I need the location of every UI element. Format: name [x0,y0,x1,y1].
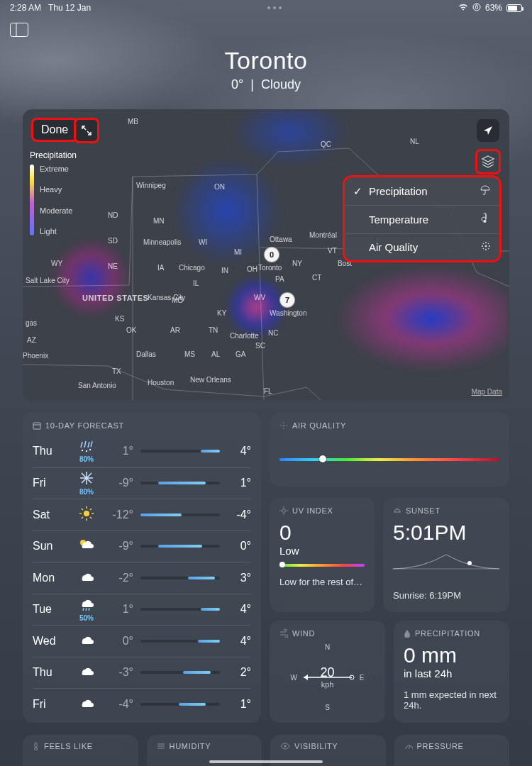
svg-point-42 [283,422,284,423]
umbrella-icon [480,184,491,198]
forecast-day: Wed [33,635,70,648]
forecast-row[interactable]: Thu-3°2° [33,657,251,689]
weather-icon [70,665,104,680]
air-quality-tile[interactable]: AIR QUALITY [270,413,509,487]
map-data-link[interactable]: Map Data [472,388,502,396]
svg-point-11 [483,248,484,250]
forecast-range-bar [140,671,220,674]
forecast-row[interactable]: Sun-9°0° [33,531,251,562]
forecast-range-bar [140,640,220,643]
pressure-tile[interactable]: PRESSURE [394,735,510,766]
layers-button[interactable] [477,150,499,173]
forecast-header: 10-DAY FORECAST [45,421,124,430]
done-button[interactable]: Done [33,119,77,140]
legend-title: Precipitation [30,150,108,160]
location-arrow-icon [482,125,494,136]
svg-line-15 [81,442,82,448]
gauge-icon [404,742,413,750]
svg-point-4 [485,245,487,248]
forecast-row[interactable]: Fri80%-9°1° [33,467,251,499]
forecast-tile[interactable]: 10-DAY FORECAST Thu80%1°4°Fri80%-9°1°Sat… [23,413,261,723]
weather-icon [70,570,104,586]
svg-rect-1 [11,23,28,37]
expand-icon [81,125,92,136]
layer-item-air-quality[interactable]: Air Quality [345,234,499,260]
forecast-day: Sat [33,509,70,521]
forecast-row[interactable]: Sat-12°-4° [33,499,251,531]
locate-button[interactable] [477,119,499,142]
home-indicator[interactable] [209,760,323,763]
sidebar-toggle-button[interactable] [10,23,28,37]
forecast-range-bar [140,482,220,484]
svg-point-21 [89,449,91,450]
svg-point-44 [282,509,286,512]
forecast-day: Fri [33,477,70,489]
precipitation-tile[interactable]: PRECIPITATION 0 mm in last 24h 1 mm expe… [394,621,509,723]
forecast-high: 2° [227,666,251,679]
forecast-low: -4° [104,698,133,711]
svg-line-33 [90,509,92,510]
sun-icon [279,506,288,515]
forecast-range-bar [140,608,220,611]
svg-point-7 [482,245,483,247]
forecast-row[interactable]: Thu80%1°4° [33,435,251,467]
svg-point-54 [35,748,38,750]
forecast-low: -2° [104,572,133,584]
thermometer-icon [33,742,40,750]
forecast-high: 4° [227,635,251,648]
multitask-dots[interactable] [267,6,282,9]
checkmark-icon: ✓ [353,185,363,198]
svg-line-32 [90,517,92,518]
feels-like-tile[interactable]: FEELS LIKE [23,735,138,766]
uv-index-tile[interactable]: UV INDEX 0 Low Low for the rest of… [270,498,375,612]
svg-line-56 [409,746,410,749]
weather-icon [70,633,104,649]
wind-compass: NSEW 20kph [285,643,370,711]
legend-gradient [30,165,34,235]
city-name: Toronto [0,47,532,74]
aq-gradient-bar [279,458,499,461]
forecast-low: -9° [104,477,133,489]
forecast-high: 1° [227,477,251,489]
weather-icon: 80% [70,439,104,463]
map-pin-washington[interactable]: 7 [279,292,295,308]
dots-grid-icon [481,241,491,253]
svg-point-55 [284,745,287,748]
weather-icon: 50% [70,596,104,622]
city-conditions: 0° | Cloudy [0,77,532,92]
humidity-icon [157,743,165,750]
forecast-row[interactable]: Mon-2°3° [33,562,251,594]
wind-icon [279,629,288,638]
expand-button[interactable] [75,119,98,142]
drop-icon [404,629,411,638]
forecast-high: -4° [227,509,251,521]
svg-point-19 [82,450,83,451]
forecast-row[interactable]: Wed0°4° [33,625,251,657]
forecast-row[interactable]: Fri-4°1° [33,688,251,720]
forecast-low: 1° [104,445,133,457]
sunset-tile[interactable]: SUNSET 5:01PM Sunrise: 6:19PM [383,498,509,612]
forecast-row[interactable]: Tue50%1°4° [33,594,251,626]
battery-icon [506,4,522,12]
uv-gradient-bar [279,564,365,567]
layer-menu[interactable]: ✓Precipitation Temperature Air Quality [345,177,499,260]
legend-panel: Precipitation Extreme Heavy Moderate Lig… [30,150,108,235]
map-pin-toronto[interactable]: 0 [264,247,279,262]
svg-point-8 [489,245,490,247]
svg-point-43 [283,428,284,429]
forecast-low: -9° [104,540,133,553]
svg-rect-13 [33,423,40,429]
svg-point-26 [84,511,89,516]
orientation-lock-icon [472,3,481,13]
weather-icon: 80% [70,470,104,496]
layer-item-temperature[interactable]: Temperature [345,206,499,234]
city-header: Toronto 0° | Cloudy [0,47,532,92]
radar-map-card[interactable]: MB QC NL Winnipeg ON ND MN SD Minneapoli… [23,109,509,400]
forecast-range-bar [140,577,220,579]
forecast-day: Fri [33,698,70,711]
sunset-icon [393,506,401,515]
wind-tile[interactable]: WIND NSEW 20kph [270,621,385,723]
forecast-high: 4° [227,603,251,616]
layer-item-precipitation[interactable]: ✓Precipitation [345,177,499,206]
calendar-icon [33,421,41,430]
